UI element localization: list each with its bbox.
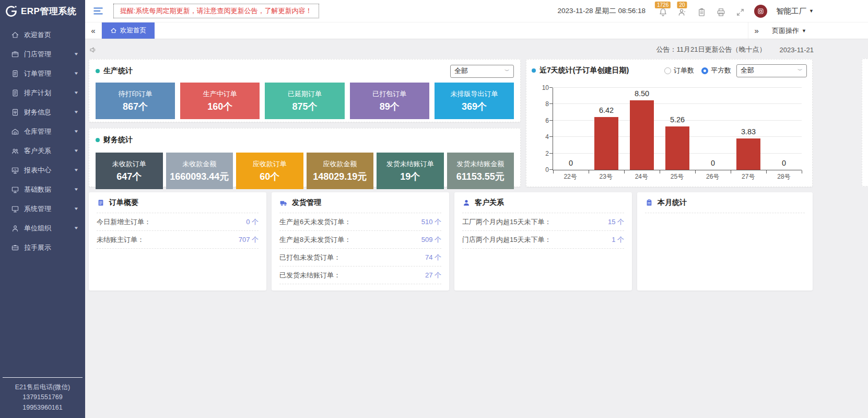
production-stat-card[interactable]: 已打包订单 89个 [350,83,429,119]
production-cards: 待打印订单 867个 生产中订单 160个 已延期订单 875个 已打包订单 8… [96,83,514,119]
sidebar-item-6[interactable]: 客户关系 ▼ [0,141,85,160]
user-badge: 20 [677,2,687,8]
printer-icon[interactable] [715,2,726,20]
info-row-value[interactable]: 510 个 [421,217,441,227]
sidebar-item-3[interactable]: 排产计划 ▼ [0,83,85,102]
chart-bar[interactable] [736,138,760,170]
info-panel-title: 订单概要 [109,198,138,207]
user-messages-icon[interactable]: 20 [677,2,687,20]
production-stat-card[interactable]: 已延期订单 875个 [265,83,344,119]
tab-welcome-home[interactable]: 欢迎首页 [102,22,155,39]
chevron-down-icon: ▼ [802,28,806,33]
info-panel-title: 客户关系 [475,198,504,207]
chart-x-label: 23号 [588,172,624,181]
sidebar-item-2[interactable]: 订单管理 ▼ [0,64,85,83]
sidebar-item-1[interactable]: 门店管理 ▼ [0,44,85,64]
finance-stat-card[interactable]: 应收款金额 148029.19元 [307,153,374,189]
store-icon [11,50,19,59]
sidebar-item-11[interactable]: 拉手展示 [0,238,85,257]
person-icon [462,199,471,207]
sidebar-item-9[interactable]: 系统管理 ▼ [0,199,85,218]
sidebar-item-7[interactable]: 报表中心 ▼ [0,160,85,180]
tabs-scroll-right-icon[interactable]: » [748,22,765,39]
left-column: 生产统计 全部 ﹀ 待打印订单 867个 生产中订单 160个 已延期订单 87… [89,59,521,187]
info-row-value[interactable]: 74 个 [425,253,441,262]
production-filter-select[interactable]: 全部 ﹀ [450,65,514,78]
system-notice: 提醒:系统每周定期更新，请注意查阅更新公告，了解更新内容！ [113,4,319,18]
chart-bar-value: 0 [569,159,573,167]
page-actions-menu[interactable]: 页面操作 ▼ [765,22,814,39]
top-header: 提醒:系统每周定期更新，请注意查阅更新公告，了解更新内容！ 2023-11-28… [85,0,868,22]
info-row: 已发货未结账订单： 27 个 [279,266,441,284]
info-panel-title: 本月统计 [658,198,687,207]
sidebar-item-4[interactable]: 财务信息 ▼ [0,102,85,122]
radio-button-icon [701,67,708,74]
production-panel-header: 生产统计 全部 ﹀ [96,64,514,78]
info-row-label: 已发货未结账订单： [279,271,341,280]
chart-bars: 0 6.42 8.50 5.26 0 3 [553,88,802,170]
sidebar-item-label: 报表中心 [24,166,74,175]
info-row-value[interactable]: 509 个 [421,235,441,245]
chart-filter-select[interactable]: 全部 ﹀ [736,64,807,77]
announcement-text[interactable]: 公告：11月21日更新公告（晚十点） [656,45,766,54]
datetime-display: 2023-11-28 星期二 08:56:18 [557,6,646,16]
speaker-icon[interactable] [89,45,98,54]
chart-panel-title: 近7天统计(子订单创建日期) [539,66,629,75]
production-stat-card[interactable]: 未排版导出订单 369个 [435,83,514,119]
chart-y-tick [549,103,553,104]
radio-平方数[interactable]: 平方数 [701,66,731,75]
stat-card-label: 发货未结账金额 [456,159,504,169]
production-stat-card[interactable]: 生产中订单 160个 [180,83,260,119]
radio-订单数[interactable]: 订单数 [664,66,694,75]
info-row-value[interactable]: 27 个 [425,271,441,280]
stat-card-label: 应收款金额 [323,159,357,169]
company-menu[interactable]: 智能工厂 ▼ [776,6,814,16]
tabs-scroll-left-icon[interactable]: « [85,22,102,39]
info-row-value[interactable]: 707 个 [239,235,259,245]
clipboard-icon[interactable] [696,2,707,20]
notifications-bell-icon[interactable]: 1726 [658,2,668,20]
finance-stat-card[interactable]: 未收款金额 1660093.44元 [166,153,233,189]
finance-stat-card[interactable]: 发货未结账订单 19个 [377,153,444,189]
stat-card-value: 148029.19元 [313,170,367,183]
production-stats-panel: 生产统计 全部 ﹀ 待打印订单 867个 生产中订单 160个 已延期订单 87… [89,59,521,122]
collapse-menu-icon[interactable] [92,5,104,17]
avatar[interactable] [754,5,767,18]
sidebar-item-10[interactable]: 单位组织 ▼ [0,218,85,238]
production-stat-card[interactable]: 待打印订单 867个 [96,83,175,119]
info-row: 生产超8天未发货订单： 509 个 [279,231,441,249]
radio-label: 平方数 [711,66,731,75]
chevron-down-icon: ▼ [74,206,79,211]
radio-label: 订单数 [674,66,694,75]
info-row-value[interactable]: 0 个 [246,217,259,227]
chevron-down-icon: ▼ [74,52,79,56]
sidebar-item-label: 系统管理 [24,204,74,214]
truck-icon [279,199,288,207]
info-row-value[interactable]: 15 个 [608,217,624,227]
info-row: 未结账主订单： 707 个 [97,231,259,249]
finance-stat-card[interactable]: 发货未结账金额 61153.55元 [447,153,514,189]
stat-card-label: 已延期订单 [288,89,322,99]
info-panel-header: 发货管理 [279,192,441,213]
bell-badge: 1726 [655,2,671,8]
finance-stat-card[interactable]: 未收款订单 647个 [96,153,163,189]
stat-card-value: 61153.55元 [456,170,505,183]
sidebar-footer: E21售后电话(微信)1379155176919953960161 [0,377,85,418]
info-panel-header: 本月统计 [645,192,805,213]
sidebar-item-0[interactable]: 欢迎首页 [0,25,85,44]
info-row-value[interactable]: 1 个 [612,235,624,245]
stat-card-value: 867个 [123,100,148,113]
info-row: 门店两个月内超15天未下单： 1 个 [462,231,624,249]
chart-slot: 8.50 [624,88,660,170]
sidebar-item-5[interactable]: 仓库管理 ▼ [0,122,85,141]
fullscreen-icon[interactable] [735,2,745,20]
chart-bar[interactable] [665,126,689,170]
chart-y-tick-label: 0 [545,166,549,173]
clip-icon [645,199,653,207]
sidebar-item-8[interactable]: 基础数据 ▼ [0,180,85,199]
finance-stat-card[interactable]: 应收款订单 60个 [236,153,303,189]
handle-icon [11,243,19,252]
chart-bar[interactable] [594,117,618,170]
chart-bar[interactable] [630,100,654,170]
chart-bar-value: 0 [711,159,715,167]
